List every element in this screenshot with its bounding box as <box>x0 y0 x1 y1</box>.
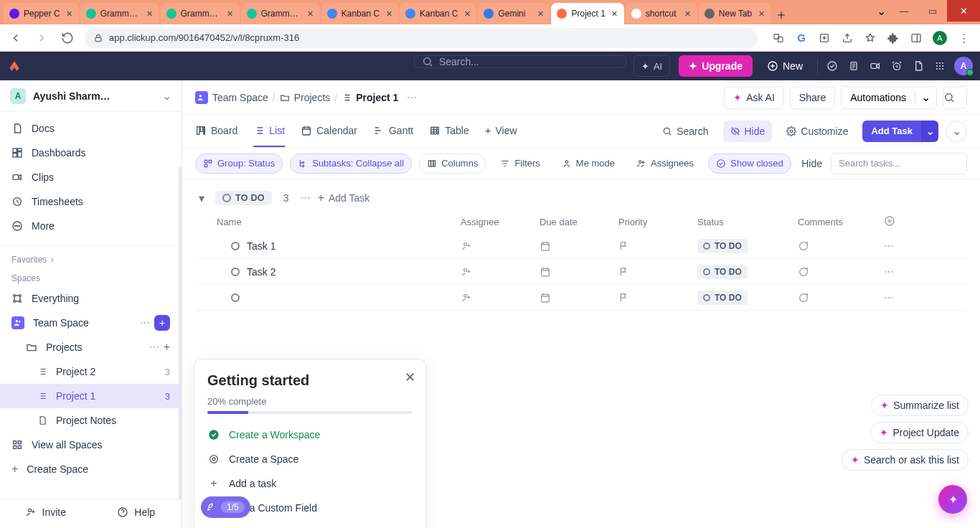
ask-ai-button[interactable]: ✦Ask AI <box>724 86 784 109</box>
sidebar-invite[interactable]: Invite <box>0 500 91 524</box>
close-icon[interactable]: ✕ <box>462 9 472 19</box>
hide-filters[interactable]: Hide <box>801 158 822 169</box>
extensions-icon[interactable] <box>887 32 900 44</box>
sidebar-item-dashboards[interactable]: Dashboards <box>0 141 182 165</box>
status-chip-todo[interactable]: TO DO <box>215 191 272 205</box>
browser-tab[interactable]: New Tab ✕ <box>699 3 771 24</box>
translate-icon[interactable] <box>772 32 785 44</box>
comments-cell[interactable] <box>798 240 884 252</box>
priority-cell[interactable] <box>618 240 697 252</box>
window-close[interactable]: ✕ <box>947 0 980 22</box>
onboarding-progress-pill[interactable]: 1/5 <box>201 496 250 518</box>
sidebar-folder-projects[interactable]: Projects ⋯+ <box>0 335 182 359</box>
browser-tab[interactable]: Gemini ✕ <box>478 3 550 24</box>
onboarding-step[interactable]: +Add a task <box>207 471 413 496</box>
collapse-panel-button[interactable]: ⌄ <box>946 121 967 142</box>
tab-board[interactable]: Board <box>195 115 237 147</box>
sidepanel-icon[interactable] <box>910 32 923 44</box>
sidebar-item-timesheets[interactable]: Timesheets <box>0 189 182 214</box>
sidebar-view-all-spaces[interactable]: View all Spaces <box>0 433 182 457</box>
install-icon[interactable] <box>818 32 831 44</box>
status-cell[interactable]: TO DO <box>697 239 798 253</box>
search-tasks-input[interactable]: Search tasks... <box>831 153 967 174</box>
chevron-down-icon[interactable]: ⌄ <box>915 90 936 104</box>
list-search-button[interactable] <box>943 86 967 109</box>
table-row[interactable]: TO DO ⋯ <box>195 285 967 311</box>
window-minimize[interactable]: — <box>890 0 918 22</box>
video-icon[interactable] <box>868 59 882 73</box>
assignees-pill[interactable]: Assignees <box>629 154 701 174</box>
more-icon[interactable]: ⋯ <box>140 317 150 329</box>
ai-fab[interactable]: ✦ <box>938 485 967 514</box>
check-circle-icon[interactable] <box>825 59 839 73</box>
project-update-button[interactable]: ✦Project Update <box>870 422 969 443</box>
sidebar-list-project-1[interactable]: Project 1 3 <box>0 384 182 408</box>
close-icon[interactable]: ✕ <box>683 9 693 19</box>
workspace-switcher[interactable]: A Ayushi Sharm… ⌄ <box>0 80 182 112</box>
columns-pill[interactable]: Columns <box>419 154 486 174</box>
me-mode-pill[interactable]: Me mode <box>555 154 622 174</box>
add-task-inline[interactable]: +Add Task <box>318 192 370 204</box>
group-pill[interactable]: Group: Status <box>195 154 283 174</box>
tab-overflow-button[interactable]: ⌄ <box>872 0 890 22</box>
subtasks-pill[interactable]: Subtasks: Collapse all <box>290 154 412 174</box>
browser-tab[interactable]: Gramma… ✕ <box>241 3 320 24</box>
priority-cell[interactable] <box>618 292 697 303</box>
share-icon[interactable] <box>841 32 854 44</box>
col-name[interactable]: Name <box>217 217 461 227</box>
status-dot-icon[interactable] <box>231 268 240 276</box>
sidebar-item-docs[interactable]: Docs <box>0 116 182 141</box>
search-view-button[interactable]: Search <box>655 121 715 142</box>
row-more-icon[interactable]: ⋯ <box>884 266 927 278</box>
status-cell[interactable]: TO DO <box>697 291 798 305</box>
tab-table[interactable]: Table <box>429 115 468 147</box>
global-search-input[interactable]: Search... <box>414 55 626 68</box>
new-button[interactable]: New <box>760 55 810 77</box>
assignee-cell[interactable] <box>461 240 540 252</box>
bookmark-icon[interactable] <box>864 32 877 44</box>
sidebar-resize-handle[interactable] <box>179 166 182 499</box>
status-dot-icon[interactable] <box>231 242 240 250</box>
close-icon[interactable]: ✕ <box>306 9 316 19</box>
address-bar[interactable]: app.clickup.com/9016470452/v/l/8cpruxm-3… <box>85 28 758 48</box>
close-icon[interactable]: ✕ <box>610 9 620 19</box>
clickup-logo[interactable] <box>7 59 22 73</box>
crumb-list[interactable]: Project 1 <box>356 92 398 103</box>
priority-cell[interactable] <box>618 266 697 278</box>
user-avatar[interactable]: A <box>954 57 973 75</box>
sidebar-list-project-notes[interactable]: Project Notes <box>0 408 182 433</box>
tab-calendar[interactable]: Calendar <box>301 115 357 147</box>
sidebar-item-clips[interactable]: Clips <box>0 165 182 189</box>
task-name[interactable]: Task 1 <box>247 240 275 252</box>
share-button[interactable]: Share <box>790 86 835 109</box>
add-column-button[interactable] <box>884 215 927 229</box>
task-name[interactable]: Task 2 <box>247 266 275 278</box>
browser-tab[interactable]: Kanban C ✕ <box>400 3 476 24</box>
browser-tab[interactable]: Kanban C ✕ <box>321 3 398 24</box>
close-icon[interactable]: ✕ <box>535 9 545 19</box>
add-task-dropdown[interactable]: ⌄ <box>921 121 938 142</box>
comments-cell[interactable] <box>798 266 884 278</box>
sidebar-help[interactable]: Help <box>91 500 182 524</box>
due-date-cell[interactable] <box>540 292 618 303</box>
status-dot-icon[interactable] <box>231 293 240 302</box>
col-status[interactable]: Status <box>697 217 798 227</box>
crumb-team[interactable]: Team Space <box>212 92 268 103</box>
more-icon[interactable]: ⋯ <box>149 341 159 353</box>
new-tab-button[interactable]: ＋ <box>771 4 791 24</box>
browser-tab[interactable]: Pepper C ✕ <box>4 3 79 24</box>
nav-forward-button[interactable] <box>32 28 52 48</box>
browser-menu-icon[interactable]: ⋮ <box>957 32 970 44</box>
doc-icon[interactable] <box>911 59 925 73</box>
assignee-cell[interactable] <box>461 292 540 303</box>
customize-button[interactable]: Customize <box>779 121 855 142</box>
upgrade-button[interactable]: ✦ Upgrade <box>679 55 753 77</box>
sidebar-create-space[interactable]: + Create Space <box>0 457 182 481</box>
tab-list[interactable]: List <box>253 115 285 147</box>
automations-button[interactable]: Automations ⌄ <box>841 86 937 109</box>
filters-pill[interactable]: Filters <box>493 154 547 174</box>
col-due[interactable]: Due date <box>540 217 618 227</box>
ai-button[interactable]: ✦AI <box>633 55 670 77</box>
close-icon[interactable]: ✕ <box>405 369 415 385</box>
table-row[interactable]: Task 1 TO DO ⋯ <box>195 233 967 259</box>
